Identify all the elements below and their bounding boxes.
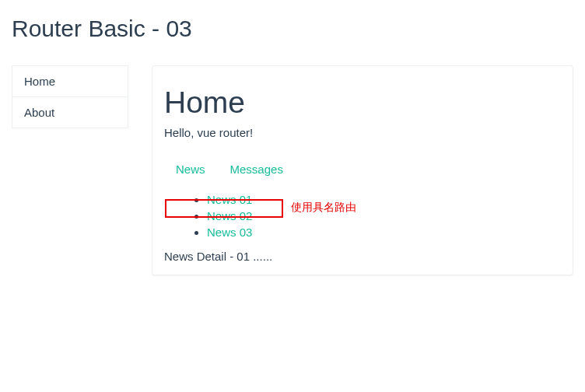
page-title: Router Basic - 03 xyxy=(12,16,573,42)
list-item: News 03 xyxy=(207,224,561,240)
list-item: News 01 xyxy=(207,191,561,208)
news-link-01[interactable]: News 01 xyxy=(207,193,252,206)
main-panel: Home Hello, vue router! News Messages Ne… xyxy=(152,65,573,275)
sidebar-item-home[interactable]: Home xyxy=(12,66,128,97)
sidebar-list: Home About xyxy=(12,65,128,128)
news-link-02[interactable]: News 02 xyxy=(207,209,252,222)
list-item: News 02 xyxy=(207,208,561,224)
sidebar: Home About xyxy=(12,65,128,275)
tab-messages[interactable]: Messages xyxy=(219,155,295,184)
sidebar-item-about[interactable]: About xyxy=(12,97,128,128)
main-heading: Home xyxy=(164,86,561,120)
news-detail: News Detail - 01 ...... xyxy=(164,250,561,263)
tab-news[interactable]: News xyxy=(164,155,217,184)
news-link-03[interactable]: News 03 xyxy=(207,226,252,239)
news-list: News 01 News 02 News 03 xyxy=(164,191,561,240)
nav-tabs: News Messages xyxy=(164,155,561,184)
greeting-text: Hello, vue router! xyxy=(164,126,561,139)
